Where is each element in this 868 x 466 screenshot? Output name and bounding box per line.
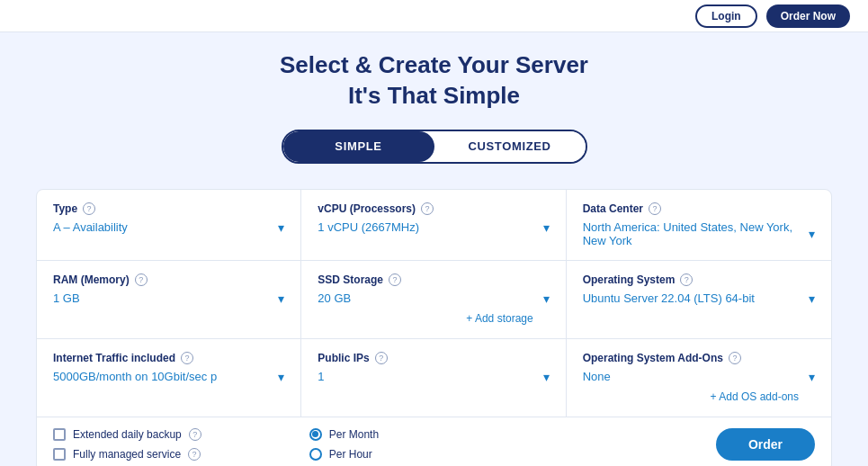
ram-label: RAM (Memory) (53, 273, 130, 286)
datacenter-chevron: ▾ (809, 227, 815, 241)
traffic-value: 5000GB/month on 10Gbit/sec p (53, 370, 273, 383)
ram-select[interactable]: 1 GB ▾ (53, 291, 284, 306)
vcpu-label: vCPU (Processors) (318, 202, 416, 215)
order-now-button[interactable]: Order Now (766, 4, 850, 28)
public-ips-value: 1 (318, 370, 537, 383)
datacenter-select[interactable]: North America: United States, New York, … (583, 220, 815, 247)
title-line2: It's That Simple (348, 82, 520, 109)
order-button[interactable]: Order (716, 428, 815, 461)
extras-checks: Extended daily backup ? Fully managed se… (53, 428, 201, 461)
mode-toggle: SIMPLE CUSTOMIZED (282, 130, 587, 164)
ssd-value: 20 GB (318, 291, 537, 305)
type-value: A – Availability (53, 220, 273, 234)
title-line1: Select & Create Your Server (280, 51, 588, 78)
extended-backup-checkbox[interactable] (53, 428, 66, 441)
datacenter-label: Data Center (583, 202, 643, 215)
form-container: Type ? A – Availability ▾ vCPU (Processo… (36, 189, 832, 466)
ram-help-icon[interactable]: ? (135, 273, 148, 286)
billing-row: Extended daily backup ? Fully managed se… (37, 417, 831, 466)
vcpu-select[interactable]: 1 vCPU (2667MHz) ▾ (318, 220, 549, 235)
ssd-chevron: ▾ (543, 291, 550, 306)
main-content: Select & Create Your Server It's That Si… (0, 32, 868, 466)
top-bar: Login Order Now (0, 0, 868, 32)
os-chevron: ▾ (809, 291, 815, 306)
vcpu-field: vCPU (Processors) ? 1 vCPU (2667MHz) ▾ (301, 190, 566, 261)
login-button[interactable]: Login (695, 4, 757, 28)
traffic-help-icon[interactable]: ? (181, 352, 193, 364)
toggle-container: SIMPLE CUSTOMIZED (36, 130, 832, 164)
page-title: Select & Create Your Server It's That Si… (36, 50, 832, 112)
os-addons-help-icon[interactable]: ? (729, 352, 741, 364)
type-select[interactable]: A – Availability ▾ (53, 220, 284, 235)
managed-service-row: Fully managed service ? (53, 448, 201, 461)
os-addons-chevron: ▾ (809, 370, 815, 384)
ram-field: RAM (Memory) ? 1 GB ▾ (37, 261, 301, 339)
vcpu-value: 1 vCPU (2667MHz) (318, 220, 537, 234)
ssd-select[interactable]: 20 GB ▾ (318, 291, 549, 306)
managed-service-checkbox[interactable] (53, 448, 66, 461)
vcpu-help-icon[interactable]: ? (421, 202, 434, 215)
extended-backup-help-icon[interactable]: ? (189, 428, 201, 441)
public-ips-chevron: ▾ (543, 370, 550, 384)
per-hour-radio[interactable] (309, 448, 322, 461)
public-ips-field: Public IPs ? 1 ▾ (301, 339, 566, 417)
os-field: Operating System ? Ubuntu Server 22.04 (… (567, 261, 831, 339)
per-hour-label: Per Hour (329, 448, 372, 461)
per-month-label: Per Month (329, 428, 379, 441)
os-value: Ubuntu Server 22.04 (LTS) 64-bit (583, 291, 803, 305)
managed-service-help-icon[interactable]: ? (188, 448, 201, 461)
ssd-field: SSD Storage ? 20 GB ▾ + Add storage (301, 261, 566, 339)
traffic-chevron: ▾ (278, 370, 284, 384)
add-storage-link[interactable]: + Add storage (450, 309, 549, 328)
vcpu-chevron: ▾ (543, 220, 550, 235)
os-addons-value: None (583, 370, 803, 383)
datacenter-value: North America: United States, New York, … (583, 220, 803, 247)
os-label: Operating System (583, 273, 676, 286)
ssd-help-icon[interactable]: ? (389, 273, 401, 286)
type-chevron: ▾ (278, 220, 284, 235)
customized-toggle[interactable]: CUSTOMIZED (434, 131, 586, 162)
os-addons-field: Operating System Add-Ons ? None ▾ + Add … (567, 339, 831, 417)
ram-value: 1 GB (53, 291, 273, 305)
type-label: Type (53, 202, 77, 215)
public-ips-help-icon[interactable]: ? (375, 352, 388, 364)
os-addons-select[interactable]: None ▾ (583, 370, 815, 384)
per-month-radio[interactable] (309, 428, 322, 441)
extended-backup-row: Extended daily backup ? (53, 428, 201, 441)
traffic-select[interactable]: 5000GB/month on 10Gbit/sec p ▾ (53, 370, 284, 384)
per-hour-row: Per Hour (309, 448, 379, 461)
type-field: Type ? A – Availability ▾ (37, 190, 301, 261)
traffic-field: Internet Traffic included ? 5000GB/month… (37, 339, 301, 417)
public-ips-label: Public IPs (318, 352, 369, 364)
os-help-icon[interactable]: ? (680, 273, 693, 286)
public-ips-select[interactable]: 1 ▾ (318, 370, 549, 384)
billing-radios: Per Month Per Hour (309, 428, 379, 461)
add-os-addons-link[interactable]: + Add OS add-ons (694, 387, 815, 407)
datacenter-field: Data Center ? North America: United Stat… (567, 190, 831, 261)
ssd-label: SSD Storage (318, 273, 383, 286)
type-help-icon[interactable]: ? (83, 202, 95, 215)
datacenter-help-icon[interactable]: ? (649, 202, 661, 215)
order-action: Order (379, 428, 815, 461)
extended-backup-label: Extended daily backup (73, 428, 182, 441)
managed-service-label: Fully managed service (73, 448, 181, 461)
traffic-label: Internet Traffic included (53, 352, 175, 364)
os-select[interactable]: Ubuntu Server 22.04 (LTS) 64-bit ▾ (583, 291, 815, 306)
simple-toggle[interactable]: SIMPLE (283, 131, 434, 162)
form-grid: Type ? A – Availability ▾ vCPU (Processo… (37, 190, 831, 417)
os-addons-label: Operating System Add-Ons (583, 352, 723, 364)
per-month-row: Per Month (309, 428, 379, 441)
ram-chevron: ▾ (278, 291, 284, 306)
